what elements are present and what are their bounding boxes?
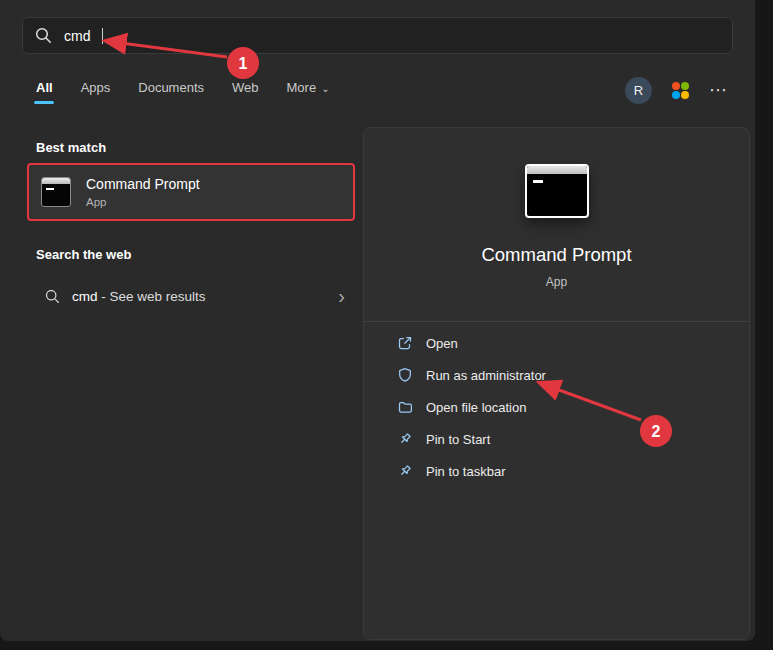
open-icon [397,335,413,351]
action-label: Pin to taskbar [426,464,506,479]
preview-title: Command Prompt [481,244,631,266]
avatar[interactable]: R [625,77,652,104]
result-text: Command Prompt App [86,176,200,208]
search-flyout: cmd All Apps Documents Web More⌄ R ⋯ Bes… [0,0,755,641]
web-suffix: - See web results [98,289,206,304]
action-pin-to-start[interactable]: Pin to Start [364,423,749,455]
tab-documents[interactable]: Documents [138,80,204,104]
command-prompt-large-icon [525,164,589,218]
tab-web[interactable]: Web [232,80,259,104]
more-options-icon[interactable]: ⋯ [709,85,727,95]
tab-apps[interactable]: Apps [81,80,111,104]
tab-more[interactable]: More⌄ [287,80,330,104]
command-prompt-icon [41,177,71,207]
preview-panel: Command Prompt App Open [363,127,750,640]
preview-subtitle: App [546,275,567,289]
best-match-header: Best match [36,140,106,155]
action-label: Open [426,336,458,351]
action-label: Run as administrator [426,368,546,383]
search-filter-tabs: All Apps Documents Web More⌄ [36,80,330,104]
action-list: Open Run as administrator Open file loca… [364,327,749,487]
search-input[interactable]: cmd [64,28,90,44]
pin-icon [397,431,413,447]
result-title: Command Prompt [86,176,200,192]
divider [364,321,749,322]
action-label: Open file location [426,400,526,415]
chevron-right-icon: › [338,287,345,305]
action-run-as-administrator[interactable]: Run as administrator [364,359,749,391]
folder-icon [397,399,413,415]
admin-shield-icon [397,367,413,383]
pin-icon [397,463,413,479]
action-open[interactable]: Open [364,327,749,359]
web-query: cmd [72,289,98,304]
result-subtitle: App [86,196,200,208]
search-icon [45,289,60,304]
tab-all[interactable]: All [36,80,53,104]
web-result-text: cmd - See web results [72,289,206,304]
action-label: Pin to Start [426,432,490,447]
web-search-result[interactable]: cmd - See web results › [27,279,355,313]
search-icon [35,27,52,44]
action-pin-to-taskbar[interactable]: Pin to taskbar [364,455,749,487]
top-right-cluster: R ⋯ [625,76,727,104]
microsoft-icon[interactable] [672,82,689,99]
text-caret [102,28,103,44]
action-open-file-location[interactable]: Open file location [364,391,749,423]
search-bar[interactable]: cmd [22,17,733,54]
active-tab-underline [34,101,54,104]
search-web-header: Search the web [36,247,131,262]
chevron-down-icon: ⌄ [321,83,329,94]
best-match-result[interactable]: Command Prompt App [27,163,355,221]
